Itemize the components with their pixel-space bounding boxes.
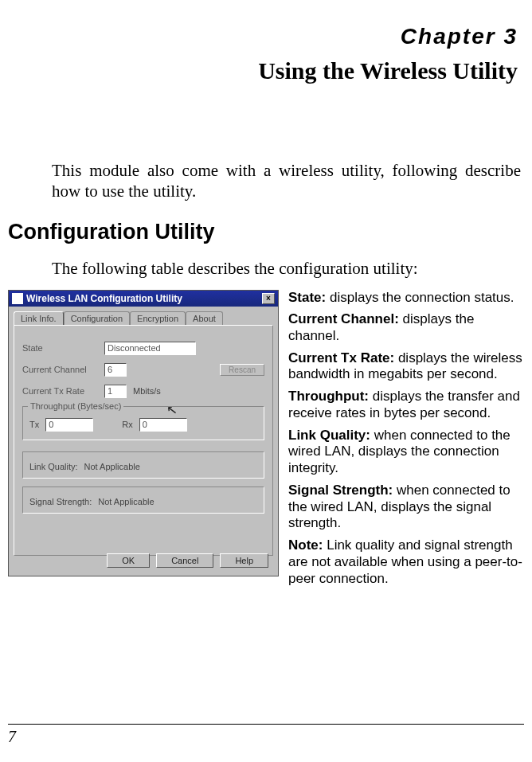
chapter-label: Chapter 3 xyxy=(8,24,518,49)
app-icon xyxy=(12,293,23,304)
signal-group: Signal Strength: Not Applicable xyxy=(22,487,264,514)
txrate-unit: Mbits/s xyxy=(133,386,161,396)
window-title: Wireless LAN Configuration Utility xyxy=(26,293,182,304)
desc-throughput: Throughput: displays the transfer and re… xyxy=(288,389,524,421)
page-footer: 7 xyxy=(8,724,524,746)
desc-txrate: Current Tx Rate: displays the wireless b… xyxy=(288,350,524,383)
titlebar: Wireless LAN Configuration Utility × xyxy=(9,291,278,307)
channel-field: 6 xyxy=(104,363,127,377)
signal-label: Signal Strength: xyxy=(29,497,92,506)
txrate-label: Current Tx Rate xyxy=(22,386,98,396)
txrate-field: 1 xyxy=(104,385,127,398)
signal-value: Not Applicable xyxy=(98,497,154,506)
section-heading: Configuration Utility xyxy=(8,220,524,244)
tx-label: Tx xyxy=(29,420,39,429)
description-column: State: displays the connection status. C… xyxy=(288,290,524,593)
config-utility-screenshot: Wireless LAN Configuration Utility × Lin… xyxy=(8,290,279,576)
tab-configuration[interactable]: Configuration xyxy=(64,311,130,325)
state-field: Disconnected xyxy=(104,342,196,355)
page-number: 7 xyxy=(8,728,16,745)
intro-paragraph: This module also come with a wireless ut… xyxy=(52,160,521,202)
channel-label: Current Channel xyxy=(22,365,98,374)
desc-link-quality: Link Quality: when connected to the wire… xyxy=(288,428,524,477)
help-button[interactable]: Help xyxy=(220,553,268,568)
section-intro: The following table describes the config… xyxy=(52,259,521,279)
link-quality-group: Link Quality: Not Applicable xyxy=(22,451,264,479)
state-label: State xyxy=(22,343,98,353)
dialog-buttons: OK Cancel Help xyxy=(107,553,268,568)
rx-field: 0 xyxy=(139,418,187,432)
tab-about[interactable]: About xyxy=(186,311,223,325)
throughput-label: Throughput (Bytes/sec) xyxy=(28,401,123,411)
tab-panel: State Disconnected Current Channel 6 Res… xyxy=(14,325,273,556)
link-quality-value: Not Applicable xyxy=(84,462,140,471)
tab-encryption[interactable]: Encryption xyxy=(130,311,186,325)
desc-note: Note: Link quality and signal strength a… xyxy=(288,537,524,587)
content-row: Wireless LAN Configuration Utility × Lin… xyxy=(8,290,524,593)
desc-state: State: displays the connection status. xyxy=(288,290,524,307)
desc-signal: Signal Strength: when connected to the w… xyxy=(288,483,524,532)
rescan-button[interactable]: Rescan xyxy=(220,364,264,376)
rx-label: Rx xyxy=(122,420,132,429)
ok-button[interactable]: OK xyxy=(107,553,150,568)
throughput-group: Throughput (Bytes/sec) Tx 0 Rx 0 xyxy=(22,406,264,440)
tx-field: 0 xyxy=(45,418,93,432)
cancel-button[interactable]: Cancel xyxy=(156,553,213,568)
chapter-title: Using the Wireless Utility xyxy=(8,57,518,84)
link-quality-label: Link Quality: xyxy=(29,462,78,471)
desc-channel: Current Channel: displays the channel. xyxy=(288,311,524,344)
tab-strip: Link Info. Configuration Encryption Abou… xyxy=(14,311,273,325)
tab-link-info[interactable]: Link Info. xyxy=(14,311,64,325)
close-button[interactable]: × xyxy=(262,293,275,304)
